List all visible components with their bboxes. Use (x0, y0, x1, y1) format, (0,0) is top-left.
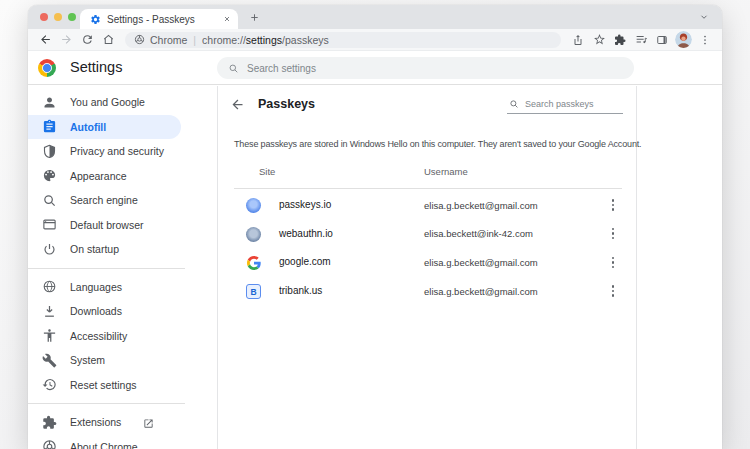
sidebar-item-downloads[interactable]: Downloads (28, 299, 181, 324)
sidebar-item-accessibility[interactable]: Accessibility (28, 324, 181, 349)
tab-strip: Settings - Passkeys (28, 5, 722, 29)
settings-body: You and Google Autofill Privacy and secu… (28, 86, 722, 449)
url-separator: | (193, 34, 196, 46)
reload-button[interactable] (77, 31, 97, 49)
chrome-logo-icon (38, 59, 56, 77)
sidebar-item-privacy-and-security[interactable]: Privacy and security (28, 139, 181, 164)
table-header: Site Username (234, 166, 622, 182)
tab-close-icon[interactable] (223, 15, 231, 23)
row-menu-button[interactable] (605, 283, 621, 299)
accessibility-icon (42, 328, 57, 343)
passkey-site: tribank.us (279, 285, 322, 296)
profile-avatar[interactable] (675, 31, 692, 48)
sidebar-item-label: About Chrome (70, 441, 138, 449)
sidebar: You and Google Autofill Privacy and secu… (28, 86, 217, 449)
chrome-icon (134, 34, 145, 45)
search-settings-input[interactable]: Search settings (217, 57, 634, 79)
page-title: Settings (70, 59, 122, 75)
search-settings-placeholder: Search settings (247, 63, 316, 74)
passkey-row: google.com elisa.g.beckett@gmail.com (218, 248, 636, 277)
passkey-username: elisa.beckett@ink-42.com (424, 228, 533, 239)
media-controls-icon[interactable] (631, 31, 651, 49)
browser-toolbar: Chrome | chrome://settings/passkeys (28, 29, 722, 51)
shield-icon (42, 144, 57, 159)
settings-header: Settings Search settings (28, 51, 722, 85)
passkey-row: B tribank.us elisa.g.beckett@gmail.com (218, 277, 636, 306)
sidebar-item-reset-settings[interactable]: Reset settings (28, 373, 181, 398)
sidebar-item-label: On startup (70, 243, 119, 255)
address-bar[interactable]: Chrome | chrome://settings/passkeys (125, 32, 561, 48)
sidebar-item-label: Search engine (70, 194, 138, 206)
gear-icon (90, 14, 101, 25)
chevron-down-icon[interactable] (699, 12, 709, 22)
chrome-gray-icon (42, 439, 57, 449)
browser-icon (42, 217, 57, 232)
close-window-button[interactable] (40, 13, 48, 21)
sidebar-item-system[interactable]: System (28, 348, 181, 373)
history-icon (42, 377, 57, 392)
passkey-row: webauthn.io elisa.beckett@ink-42.com (218, 220, 636, 249)
browser-tab[interactable]: Settings - Passkeys (80, 9, 238, 29)
row-menu-button[interactable] (605, 197, 621, 213)
browser-menu-kebab-icon[interactable] (695, 31, 715, 49)
passkeys-favicon (246, 198, 261, 213)
site-label: Chrome (150, 34, 187, 46)
sidebar-item-label: Privacy and security (70, 145, 164, 157)
desktop-background: Settings - Passkeys (0, 0, 750, 449)
search-icon (42, 193, 57, 208)
column-header-username: Username (424, 166, 468, 177)
side-panel-icon[interactable] (652, 31, 672, 49)
external-link-icon (134, 416, 154, 429)
sidebar-item-autofill[interactable]: Autofill (28, 115, 181, 140)
maximize-window-button[interactable] (68, 13, 76, 21)
row-menu-button[interactable] (605, 254, 621, 270)
search-passkeys-input[interactable]: Search passkeys (507, 94, 623, 114)
search-icon (509, 99, 519, 109)
share-icon[interactable] (568, 31, 588, 49)
sidebar-item-about-chrome[interactable]: About Chrome (28, 435, 181, 449)
download-icon (42, 304, 57, 319)
sidebar-item-label: Languages (70, 281, 122, 293)
palette-icon (42, 168, 57, 183)
back-arrow-icon[interactable] (229, 96, 245, 112)
new-tab-button[interactable] (247, 10, 262, 25)
tab-title: Settings - Passkeys (107, 14, 217, 25)
puzzle-icon (42, 415, 57, 430)
minimize-window-button[interactable] (54, 13, 62, 21)
panel-title: Passkeys (258, 97, 315, 111)
search-icon (228, 63, 239, 74)
passkey-site: passkeys.io (279, 199, 331, 210)
browser-window: Settings - Passkeys (28, 5, 722, 449)
forward-button[interactable] (56, 31, 76, 49)
bookmark-star-icon[interactable] (589, 31, 609, 49)
passkey-username: elisa.g.beckett@gmail.com (424, 200, 538, 211)
sidebar-divider (28, 403, 185, 404)
passkey-username: elisa.g.beckett@gmail.com (424, 286, 538, 297)
extensions-puzzle-icon[interactable] (610, 31, 630, 49)
sidebar-divider (28, 268, 185, 269)
back-button[interactable] (35, 31, 55, 49)
sidebar-item-label: Extensions (70, 416, 121, 428)
sidebar-item-label: You and Google (70, 96, 145, 108)
sidebar-item-label: Downloads (70, 305, 122, 317)
row-menu-button[interactable] (605, 226, 621, 242)
sidebar-item-label: Appearance (70, 170, 127, 182)
sidebar-item-languages[interactable]: Languages (28, 275, 181, 300)
google-favicon (246, 255, 261, 270)
passkeys-panel: Passkeys Search passkeys These passkeys … (217, 86, 637, 449)
sidebar-item-default-browser[interactable]: Default browser (28, 213, 181, 238)
column-header-site: Site (259, 166, 275, 177)
sidebar-item-you-and-google[interactable]: You and Google (28, 90, 181, 115)
sidebar-item-appearance[interactable]: Appearance (28, 164, 181, 189)
home-button[interactable] (98, 31, 118, 49)
sidebar-item-on-startup[interactable]: On startup (28, 237, 181, 262)
sidebar-item-search-engine[interactable]: Search engine (28, 188, 181, 213)
passkey-username: elisa.g.beckett@gmail.com (424, 257, 538, 268)
wrench-icon (42, 353, 57, 368)
sidebar-item-extensions[interactable]: Extensions (28, 410, 181, 435)
globe-icon (42, 279, 57, 294)
url-text: chrome://settings/passkeys (202, 34, 329, 46)
passkey-row: passkeys.io elisa.g.beckett@gmail.com (218, 191, 636, 220)
passkeys-description: These passkeys are stored in Windows Hel… (234, 139, 641, 149)
sidebar-item-label: Autofill (70, 121, 106, 133)
